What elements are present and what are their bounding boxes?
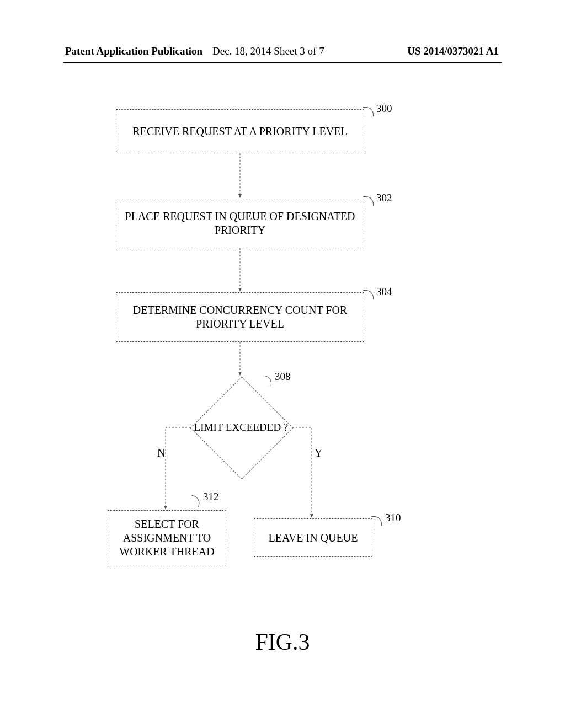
figure-caption: FIG.3 [0,629,565,655]
header-right: US 2014/0373021 A1 [407,45,499,57]
flow-step-310: LEAVE IN QUEUE [254,518,372,557]
header-rule [63,62,502,63]
flow-step-300-text: RECEIVE REQUEST AT A PRIORITY LEVEL [132,125,347,138]
leader-hook-304 [363,290,374,299]
ref-312: 312 [203,491,219,503]
ref-308: 308 [275,371,291,383]
flow-step-312: SELECT FOR ASSIGNMENT TO WORKER THREAD [108,510,226,565]
branch-yes: Y [315,447,322,459]
decision-diamond-icon [190,377,294,480]
decision-308: LIMIT EXCEEDED ? [205,392,278,464]
leader-hook-308 [261,375,273,386]
flow-step-312-text: SELECT FOR ASSIGNMENT TO WORKER THREAD [114,517,220,559]
header-left: Patent Application Publication [65,45,202,57]
flow-step-302: PLACE REQUEST IN QUEUE OF DESIGNATED PRI… [116,199,364,248]
header-middle: Dec. 18, 2014 Sheet 3 of 7 [212,45,324,57]
leader-hook-300 [363,107,374,116]
ref-300: 300 [376,103,392,115]
ref-304: 304 [376,286,392,298]
leader-hook-312 [189,495,202,507]
patent-page: Patent Application Publication Dec. 18, … [0,0,565,728]
branch-no: N [157,447,165,459]
flow-step-304-text: DETERMINE CONCURRENCY COUNT FOR PRIORITY… [122,303,358,331]
page-header: Patent Application Publication Dec. 18, … [0,45,565,62]
flow-step-300: RECEIVE REQUEST AT A PRIORITY LEVEL [116,109,364,153]
leader-hook-310 [371,516,382,526]
flow-step-304: DETERMINE CONCURRENCY COUNT FOR PRIORITY… [116,292,364,342]
ref-302: 302 [376,192,392,204]
flow-step-310-text: LEAVE IN QUEUE [269,531,358,545]
leader-hook-302 [363,196,374,206]
ref-310: 310 [385,512,401,524]
flow-step-302-text: PLACE REQUEST IN QUEUE OF DESIGNATED PRI… [122,210,358,237]
